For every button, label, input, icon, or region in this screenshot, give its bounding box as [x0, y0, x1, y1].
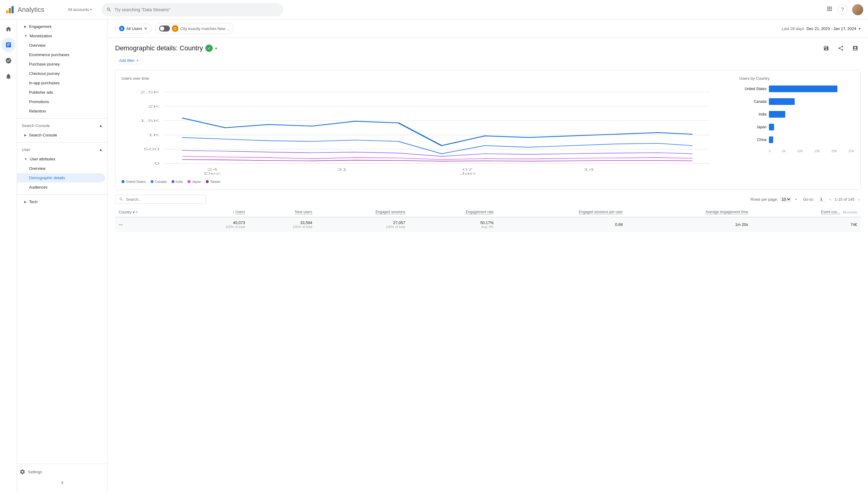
sidebar-item-inapp[interactable]: In-app purchases [17, 78, 108, 88]
demographic-label: Demographic details [29, 175, 65, 180]
totals-new-users: 33,594 100% of total [249, 217, 316, 232]
search-bar[interactable] [101, 3, 283, 16]
col-engaged-per-user[interactable]: Engaged sessions per user [497, 207, 626, 217]
col-country[interactable]: Country ▾ + [115, 207, 181, 217]
bar-fill-china [769, 136, 773, 143]
all-users-chip[interactable]: A All Users ✕ [115, 24, 152, 33]
sidebar-item-overview[interactable]: Overview [17, 41, 108, 50]
purchase-journey-label: Purchase journey [29, 62, 60, 66]
help-icon[interactable]: ? [838, 5, 847, 15]
page-header: Demographic details: Country ✓ ▾ [108, 38, 868, 56]
sidebar-item-demographic[interactable]: Demographic details [17, 173, 105, 183]
account-selector[interactable]: All accounts ▾ [68, 7, 92, 12]
col-new-users[interactable]: New users [249, 207, 316, 217]
svg-text:500: 500 [144, 147, 159, 151]
col-engagement-rate[interactable]: Engagement rate [409, 207, 498, 217]
user-group-label: User [22, 147, 30, 152]
svg-text:14: 14 [584, 167, 594, 171]
table-search-input[interactable] [126, 197, 202, 201]
legend-label-taiwan: Taiwan [210, 180, 220, 184]
country-filter-icon[interactable]: ▾ [133, 210, 135, 214]
collapse-sidebar-button[interactable] [17, 477, 108, 488]
col-users[interactable]: ↓ Users [181, 207, 249, 217]
audiences-label: Audiences [29, 185, 48, 190]
collapse-icon: ▼ [24, 34, 27, 38]
add-filter-button[interactable]: Add filter + [115, 56, 143, 65]
chart-legend: United States Canada India Japan [121, 180, 727, 184]
sidebar-item-ua-overview[interactable]: Overview [17, 164, 108, 173]
rail-explore-icon[interactable] [1, 53, 16, 68]
go-to-input[interactable] [817, 197, 826, 201]
engagement-rate-col-header: Engagement rate [413, 210, 494, 214]
sidebar-item-purchase-journey[interactable]: Purchase journey [17, 60, 108, 69]
legend-dot-india [172, 180, 175, 183]
sidebar-nav: ▶ Engagement ▼ Monetization Overview Eco… [17, 22, 108, 464]
insights-icon [852, 45, 858, 51]
topbar: Analytics All accounts ▾ ? [0, 0, 868, 19]
bar-row-japan: Japan [739, 124, 854, 130]
sidebar-item-ecommerce[interactable]: Ecommerce purchases [17, 50, 108, 60]
collapse-icon [60, 480, 65, 486]
line-chart-container: 2.5K 2K 1.5K 1K 500 0 [121, 86, 727, 177]
user-collapse-icon: ▲ [99, 147, 103, 152]
bar-track-us [769, 86, 854, 92]
toggle-off-icon[interactable] [159, 25, 170, 31]
line-chart-svg: 2.5K 2K 1.5K 1K 500 0 [121, 86, 727, 176]
totals-per-user: 0.68 [497, 217, 626, 232]
bar-x-5k: 5K [782, 149, 786, 153]
sidebar-item-tech[interactable]: ▶ Tech [17, 197, 108, 207]
save-report-button[interactable] [821, 43, 832, 53]
sidebar-item-publisher[interactable]: Publisher ads [17, 88, 108, 97]
date-range-selector[interactable]: Last 28 days Dec 21, 2023 - Jan 17, 2024… [782, 26, 861, 31]
rail-reports-icon[interactable] [1, 38, 16, 52]
bar-fill-japan [769, 124, 774, 130]
publisher-label: Publisher ads [29, 90, 53, 94]
col-event-count[interactable]: Event cou... All events [752, 207, 861, 217]
overview-label: Overview [29, 43, 45, 48]
legend-dot-us [121, 180, 124, 183]
avatar[interactable] [852, 4, 863, 15]
legend-japan: Japan [187, 180, 201, 184]
charts-section: Users over time 2.5K 2K 1.5K [115, 70, 861, 190]
share-button[interactable] [835, 43, 846, 53]
sidebar-item-audiences[interactable]: Audiences [17, 183, 108, 192]
rail-advertising-icon[interactable] [1, 69, 16, 84]
prev-page-button[interactable]: ‹ [829, 196, 832, 203]
col-engaged-sessions[interactable]: Engaged sessions [316, 207, 409, 217]
search-input[interactable] [115, 7, 278, 12]
all-users-close-icon[interactable]: ✕ [144, 26, 147, 31]
bar-row-canada: Canada [739, 98, 854, 105]
sidebar-item-promotions[interactable]: Promotions [17, 97, 108, 106]
sidebar-item-checkout[interactable]: Checkout journey [17, 69, 108, 78]
topbar-right: ? [826, 4, 863, 15]
totals-users: 40,073 100% of total [181, 217, 249, 232]
table-search[interactable] [115, 195, 206, 204]
sidebar-item-user-attributes[interactable]: ▼ User attributes [17, 154, 108, 164]
event-count-label: Event cou... [821, 210, 840, 214]
apps-icon[interactable] [826, 5, 833, 14]
bar-track-india [769, 111, 854, 117]
title-dropdown-icon[interactable]: ▾ [215, 46, 217, 51]
divider3 [17, 194, 108, 195]
sidebar-wrapper: ▶ Engagement ▼ Monetization Overview Eco… [17, 22, 108, 491]
rows-per-page-select[interactable]: 10 25 50 [780, 197, 791, 202]
search-console-group[interactable]: Search Console ▲ [17, 121, 108, 130]
date-label: Last 28 days [782, 26, 804, 31]
totals-rate-sub: Avg: 0% [413, 225, 494, 229]
city-filter-chip[interactable]: C City exactly matches New ... [155, 23, 234, 34]
next-page-button[interactable]: › [857, 196, 861, 203]
add-filter-label: Add filter [119, 58, 135, 63]
insights-button[interactable] [850, 43, 861, 53]
sidebar-item-search-console[interactable]: ▶ Search Console [17, 130, 108, 140]
settings-item[interactable]: Settings [17, 466, 108, 477]
col-avg-engagement[interactable]: Average engagement time [626, 207, 752, 217]
bar-track-japan [769, 124, 854, 130]
user-group[interactable]: User ▲ [17, 145, 108, 154]
new-users-col-header: New users [252, 210, 312, 214]
rail-home-icon[interactable] [1, 22, 16, 36]
add-column-button[interactable]: + [136, 210, 138, 214]
sidebar-item-monetization[interactable]: ▼ Monetization [17, 31, 108, 41]
svg-text:07: 07 [462, 167, 473, 171]
sidebar-item-retention[interactable]: Retention [17, 106, 108, 116]
sidebar-item-engagement[interactable]: ▶ Engagement [17, 22, 108, 31]
